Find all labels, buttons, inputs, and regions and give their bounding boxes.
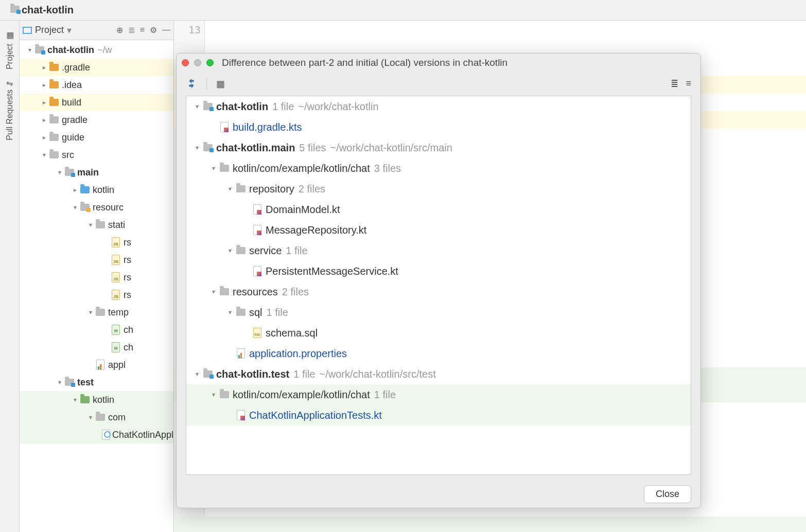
- tree-item-application-props[interactable]: appl: [20, 356, 173, 374]
- diff-count: 1 file: [293, 368, 315, 380]
- tree-item-templates[interactable]: ▾ temp: [20, 304, 173, 321]
- chevron-down-icon[interactable]: ▾: [225, 309, 235, 316]
- chevron-down-icon[interactable]: ▾: [86, 221, 95, 228]
- chevron-right-icon[interactable]: ▸: [71, 186, 79, 193]
- chevron-down-icon[interactable]: ▾: [209, 391, 218, 398]
- tree-item-resources[interactable]: ▾ resourc: [20, 199, 173, 216]
- group-by-icon[interactable]: ▦: [216, 78, 225, 90]
- js-file-icon: [112, 272, 120, 282]
- collapse-all-icon[interactable]: ≡: [686, 78, 691, 90]
- diff-folder-sql[interactable]: ▾ sql 1 file: [186, 302, 691, 323]
- chevron-right-icon[interactable]: ▸: [40, 99, 48, 106]
- tree-item-test[interactable]: ▾ test: [20, 374, 173, 391]
- diff-tree[interactable]: ▾ chat-kotlin 1 file ~/work/chat-kotlin …: [186, 96, 691, 475]
- tree-item-js-file[interactable]: rs: [20, 286, 173, 304]
- tree-item-test-file[interactable]: ChatKotlinApplicationTe: [20, 426, 173, 444]
- locate-icon[interactable]: ⊕: [116, 25, 123, 35]
- chevron-down-icon[interactable]: ▾: [40, 151, 48, 158]
- tree-item-build[interactable]: ▸ build: [20, 94, 173, 111]
- collapse-all-icon[interactable]: ≡: [140, 25, 145, 35]
- chevron-down-icon[interactable]: ▾: [192, 103, 202, 110]
- tool-tab-pull-requests[interactable]: Pull Requests ⇋: [3, 75, 16, 146]
- tree-label: build: [62, 97, 81, 108]
- chevron-down-icon[interactable]: ▾: [71, 204, 79, 211]
- project-view-selector[interactable]: Project ▾: [23, 25, 116, 36]
- window-minimize-icon[interactable]: [194, 59, 201, 66]
- chevron-down-icon[interactable]: ▾: [86, 414, 95, 421]
- dialog-toolbar: ▦ ≣ ≡: [177, 72, 700, 96]
- chevron-down-icon[interactable]: ▾: [26, 46, 34, 54]
- source-folder-icon: [80, 186, 90, 193]
- folder-icon: [49, 134, 59, 141]
- diff-file-schema-sql[interactable]: schema.sql: [186, 323, 691, 343]
- chevron-down-icon[interactable]: ▾: [192, 370, 202, 378]
- chevron-down-icon[interactable]: ▾: [225, 247, 235, 254]
- js-file-icon: [112, 290, 120, 300]
- chevron-right-icon[interactable]: ▸: [40, 116, 48, 123]
- tree-item-js-file[interactable]: rs: [20, 251, 173, 269]
- diff-package-repository[interactable]: ▾ repository 2 files: [186, 179, 691, 199]
- settings-gear-icon[interactable]: ⚙: [150, 25, 157, 35]
- tree-label: src: [62, 150, 74, 161]
- expand-all-icon[interactable]: ≣: [128, 25, 135, 35]
- tree-item-main[interactable]: ▾ main: [20, 164, 173, 181]
- window-zoom-icon[interactable]: [206, 59, 214, 66]
- module-icon: [65, 379, 74, 386]
- tree-item-gradle[interactable]: ▸ gradle: [20, 111, 173, 129]
- chevron-right-icon[interactable]: ▸: [40, 64, 48, 71]
- diff-file-build-gradle[interactable]: build.gradle.kts: [186, 117, 691, 137]
- tree-item-guide[interactable]: ▸ guide: [20, 129, 173, 146]
- chevron-right-icon[interactable]: ▸: [40, 81, 48, 88]
- diff-package-chat-test[interactable]: ▾ kotlin/com/example/kotlin/chat 1 file: [186, 384, 691, 405]
- tree-item-package-com[interactable]: ▾ com: [20, 409, 173, 426]
- folder-icon: [96, 309, 105, 316]
- diff-label: chat-kotlin: [216, 101, 268, 113]
- diff-file-persistent-service[interactable]: PersistentMessageService.kt: [186, 261, 691, 281]
- tool-tab-project[interactable]: Project ▦: [3, 26, 16, 75]
- tree-item-gradle-dir[interactable]: ▸ .gradle: [20, 59, 173, 76]
- close-button[interactable]: Close: [644, 485, 691, 503]
- chevron-down-icon[interactable]: ▾: [56, 379, 64, 386]
- tree-item-test-kotlin[interactable]: ▾ kotlin: [20, 391, 173, 409]
- chevron-right-icon[interactable]: ▸: [40, 134, 48, 141]
- tree-item-html-file[interactable]: ch: [20, 339, 173, 356]
- window-close-icon[interactable]: [182, 59, 189, 66]
- chevron-down-icon[interactable]: ▾: [56, 169, 64, 176]
- swap-branches-icon[interactable]: [186, 78, 197, 91]
- tree-item-src[interactable]: ▾ src: [20, 146, 173, 164]
- sql-file-icon: [253, 328, 261, 338]
- breadcrumb-project[interactable]: chat-kotlin: [22, 4, 74, 16]
- tree-item-kotlin[interactable]: ▸ kotlin: [20, 181, 173, 199]
- diff-file-domain-model[interactable]: DomainModel.kt: [186, 199, 691, 220]
- diff-module-test[interactable]: ▾ chat-kotlin.test 1 file ~/work/chat-ko…: [186, 364, 691, 384]
- chevron-down-icon[interactable]: ▾: [225, 185, 235, 192]
- chevron-down-icon[interactable]: ▾: [71, 396, 79, 403]
- tree-root[interactable]: ▾ chat-kotlin ~/w: [20, 41, 173, 59]
- diff-package-chat[interactable]: ▾ kotlin/com/example/kotlin/chat 3 files: [186, 158, 691, 179]
- chevron-down-icon[interactable]: ▾: [86, 309, 95, 316]
- chevron-down-icon[interactable]: ▾: [209, 165, 218, 172]
- tree-item-js-file[interactable]: rs: [20, 234, 173, 251]
- diff-module-main[interactable]: ▾ chat-kotlin.main 5 files ~/work/chat-k…: [186, 137, 691, 158]
- hide-icon[interactable]: —: [162, 25, 170, 35]
- diff-module-chat-kotlin[interactable]: ▾ chat-kotlin 1 file ~/work/chat-kotlin: [186, 96, 691, 117]
- diff-file-application-properties[interactable]: application.properties: [186, 343, 691, 364]
- expand-all-icon[interactable]: ≣: [671, 78, 678, 90]
- js-file-icon: [112, 255, 120, 265]
- diff-file-application-tests[interactable]: ChatKotlinApplicationTests.kt: [186, 405, 691, 425]
- tree-item-idea[interactable]: ▸ .idea: [20, 76, 173, 94]
- diff-package-service[interactable]: ▾ service 1 file: [186, 240, 691, 261]
- chevron-down-icon[interactable]: ▾: [192, 144, 202, 151]
- chevron-down-icon[interactable]: ▾: [209, 288, 218, 295]
- folder-icon: [236, 309, 246, 316]
- kotlin-file-icon: [237, 410, 245, 420]
- pull-request-icon: ⇋: [6, 78, 13, 88]
- dialog-titlebar[interactable]: Difference between part-2 and initial (L…: [177, 54, 700, 72]
- tree-item-static[interactable]: ▾ stati: [20, 216, 173, 234]
- diff-folder-resources[interactable]: ▾ resources 2 files: [186, 281, 691, 302]
- diff-file-message-repository[interactable]: MessageRepository.kt: [186, 220, 691, 240]
- tool-tab-project-label: Project: [5, 44, 14, 69]
- tree-item-html-file[interactable]: ch: [20, 321, 173, 339]
- project-tree[interactable]: ▾ chat-kotlin ~/w ▸ .gradle ▸ .idea ▸ bu…: [20, 40, 173, 532]
- tree-item-js-file[interactable]: rs: [20, 269, 173, 286]
